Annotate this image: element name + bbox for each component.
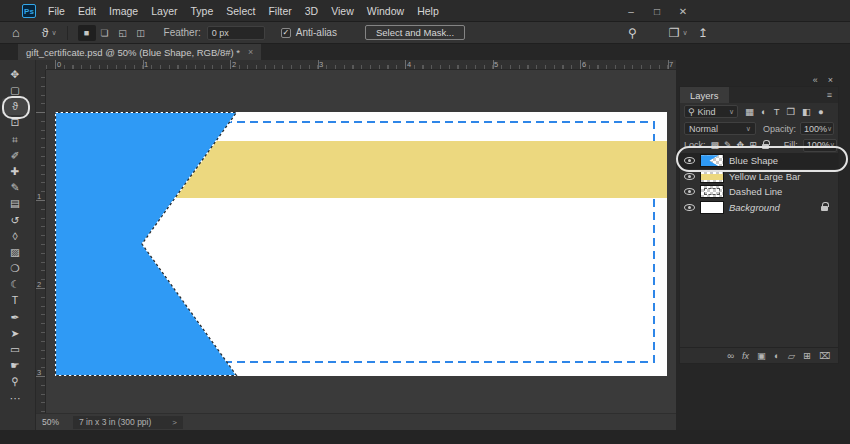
shape-layer-filter-icon[interactable]: ❒ — [787, 106, 796, 117]
delete-layer-icon[interactable]: ⌧ — [819, 350, 830, 361]
edit-toolbar-button[interactable]: ⋯ — [2, 390, 28, 406]
dodge-tool[interactable]: ☾ — [2, 276, 28, 292]
path-selection-tool[interactable]: ➤ — [2, 325, 28, 341]
collapse-panels-icon[interactable]: « — [813, 75, 818, 85]
menu-edit[interactable]: Edit — [78, 5, 96, 17]
workspace-switcher[interactable]: ❐ ∨ — [669, 27, 688, 39]
menu-image[interactable]: Image — [109, 5, 138, 17]
menu-help[interactable]: Help — [417, 5, 439, 17]
ruler-number: 7 — [669, 60, 673, 69]
history-brush-tool[interactable]: ↺ — [2, 212, 28, 228]
menu-window[interactable]: Window — [367, 5, 404, 17]
layer-visibility-eye-icon[interactable] — [684, 204, 695, 211]
select-and-mask-button[interactable]: Select and Mask... — [365, 25, 465, 40]
lock-transparent-pixels-icon[interactable]: ▩ — [711, 140, 720, 150]
tab-close-icon[interactable]: × — [248, 47, 253, 57]
layer-row-blue-shape[interactable]: Blue Shape — [680, 153, 838, 169]
adjustment-layer-filter-icon[interactable]: ◐ — [761, 106, 767, 117]
home-icon[interactable]: ⌂ — [12, 26, 20, 39]
layer-thumbnail[interactable] — [700, 154, 724, 167]
tab-layers[interactable]: Layers — [680, 87, 729, 103]
layer-thumbnail[interactable] — [700, 170, 724, 183]
ruler-number: 2 — [232, 60, 236, 69]
object-selection-tool[interactable]: ⊡ — [2, 115, 28, 131]
panel-menu-icon[interactable]: ≡ — [827, 90, 832, 100]
blur-tool[interactable]: ❍ — [2, 260, 28, 276]
lock-image-pixels-icon[interactable]: ✎ — [724, 140, 732, 150]
layer-name: Dashed Line — [729, 186, 782, 197]
menu-layer[interactable]: Layer — [151, 5, 177, 17]
vertical-ruler[interactable]: 1 2 3 — [36, 70, 46, 413]
brush-tool[interactable]: ✎ — [2, 179, 28, 195]
layer-visibility-eye-icon[interactable] — [684, 157, 695, 164]
menu-file[interactable]: File — [48, 5, 65, 17]
document-canvas[interactable] — [55, 112, 667, 376]
eyedropper-tool[interactable]: ✐ — [2, 147, 28, 163]
zoom-tool[interactable]: ⚲ — [2, 374, 28, 390]
document-tab-strip: gift_certificate.psd @ 50% (Blue Shape, … — [0, 44, 850, 60]
layer-row-background[interactable]: Background — [680, 200, 838, 216]
new-layer-icon[interactable]: ⊞ — [803, 350, 811, 361]
eraser-tool[interactable]: ◊ — [2, 228, 28, 244]
blend-mode-dropdown[interactable]: Normal ∨ — [684, 122, 756, 135]
search-icon[interactable]: ⚲ — [628, 27, 637, 39]
smart-object-filter-icon[interactable]: ◧ — [802, 106, 811, 117]
layer-visibility-eye-icon[interactable] — [684, 173, 695, 180]
layer-list-empty-space — [680, 215, 838, 347]
maximize-button[interactable]: □ — [644, 0, 670, 22]
anti-alias-checkbox[interactable]: ✓ — [281, 28, 291, 38]
layer-thumbnail[interactable] — [700, 201, 724, 214]
document-info-field[interactable]: 7 in x 3 in (300 ppi) > — [73, 416, 183, 429]
rectangular-marquee-tool[interactable]: ▢ — [2, 82, 28, 98]
filter-toggle-icon[interactable]: ● — [818, 106, 824, 117]
rectangle-tool[interactable]: ▭ — [2, 341, 28, 357]
opacity-dropdown[interactable]: 100% ∨ — [800, 122, 834, 135]
new-selection-button[interactable]: ■ — [78, 25, 96, 41]
healing-brush-tool[interactable]: ✚ — [2, 163, 28, 179]
new-adjustment-layer-icon[interactable]: ◐ — [774, 350, 780, 361]
lock-all-icon[interactable] — [762, 144, 769, 149]
layer-row-yellow-large-bar[interactable]: Yellow Large Bar — [680, 169, 838, 185]
hand-tool[interactable]: ☛ — [2, 357, 28, 373]
menu-3d[interactable]: 3D — [305, 5, 318, 17]
filter-kind-dropdown[interactable]: ⚲ Kind ∨ — [684, 105, 738, 118]
horizontal-ruler[interactable]: 0 1 2 3 4 5 6 7 — [46, 60, 676, 70]
layer-name: Background — [729, 202, 780, 213]
menu-select[interactable]: Select — [226, 5, 255, 17]
subtract-from-selection-button[interactable]: ◱ — [114, 25, 132, 41]
layer-thumbnail[interactable] — [700, 185, 724, 198]
lasso-tool[interactable]: ϑ — [2, 98, 28, 114]
status-bar: 50% 7 in x 3 in (300 ppi) > — [36, 413, 676, 430]
move-tool[interactable]: ✥ — [2, 66, 28, 82]
close-button[interactable]: ✕ — [670, 0, 696, 22]
active-tool-preset[interactable]: ϑ ∨ — [42, 27, 57, 39]
gradient-tool[interactable]: ▨ — [2, 244, 28, 260]
lock-position-icon[interactable]: ✥ — [737, 140, 745, 150]
share-icon[interactable]: ↥ — [698, 27, 708, 39]
layer-row-dashed-line[interactable]: Dashed Line — [680, 184, 838, 200]
pen-tool[interactable]: ✒ — [2, 309, 28, 325]
layer-visibility-eye-icon[interactable] — [684, 188, 695, 195]
lock-artboard-icon[interactable]: ⊞ — [749, 140, 757, 150]
new-group-icon[interactable]: ▱ — [788, 350, 795, 361]
chevron-right-icon[interactable]: > — [172, 418, 177, 427]
type-tool[interactable]: T — [2, 293, 28, 309]
intersect-selection-button[interactable]: ◫ — [132, 25, 150, 41]
crop-tool[interactable]: ⌗ — [2, 131, 28, 147]
link-layers-icon[interactable]: ∞ — [727, 350, 734, 361]
layer-effects-icon[interactable]: fx — [742, 351, 749, 361]
menu-view[interactable]: View — [331, 5, 354, 17]
menu-filter[interactable]: Filter — [268, 5, 291, 17]
close-panel-icon[interactable]: × — [828, 75, 833, 85]
type-layer-filter-icon[interactable]: T — [774, 106, 780, 117]
zoom-level[interactable]: 50% — [42, 417, 59, 427]
add-layer-mask-icon[interactable]: ▣ — [757, 350, 766, 361]
document-tab[interactable]: gift_certificate.psd @ 50% (Blue Shape, … — [18, 44, 261, 60]
minimize-button[interactable]: – — [618, 0, 644, 22]
add-to-selection-button[interactable]: ❏ — [96, 25, 114, 41]
clone-stamp-tool[interactable]: ▤ — [2, 196, 28, 212]
pixel-layer-filter-icon[interactable]: ▦ — [745, 106, 754, 117]
menu-type[interactable]: Type — [190, 5, 213, 17]
feather-input[interactable]: 0 px — [207, 26, 265, 40]
fill-dropdown[interactable]: 100% ∨ — [803, 139, 837, 152]
